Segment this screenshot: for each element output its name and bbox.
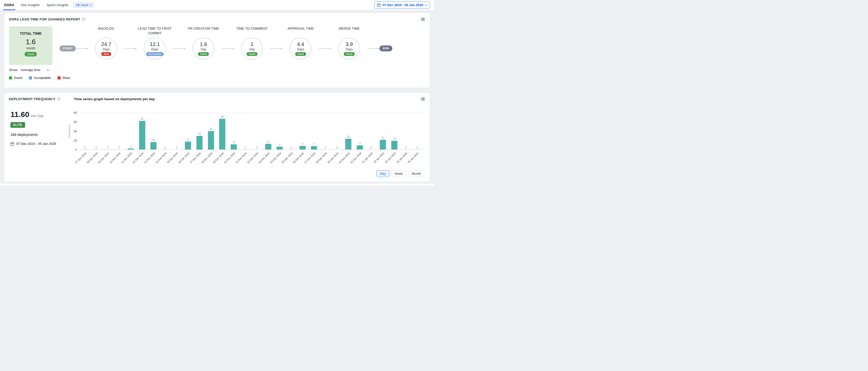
lead-time-card: DORA LEAD TIME FOR CHANGES REPORT TOTAL … (4, 13, 430, 88)
deployment-frequency-card: DEPLOYMENT FREQUENCY Time series graph b… (4, 93, 430, 182)
deployment-rate: 11.60 Per Day (10, 110, 67, 119)
flow-diagram: STARTBACKLOG24.7DaysSlowLEAD TIME TO FIR… (60, 26, 392, 60)
bar[interactable] (219, 119, 225, 149)
granularity-day[interactable]: Day (376, 170, 390, 177)
bar-slot: 9 (354, 113, 366, 149)
bar-value-label: 0 (325, 146, 326, 149)
bar[interactable] (128, 148, 134, 149)
chart-settings-icon[interactable] (421, 17, 425, 22)
bar-slot: 2 (125, 113, 136, 149)
bar[interactable] (231, 144, 237, 149)
deployments-bar-chart: Deployments 020406080 000026216001729406… (67, 113, 425, 170)
calendar-icon (10, 142, 14, 146)
stage-unit: Days (103, 47, 110, 51)
bar[interactable] (196, 136, 203, 149)
stage-circle[interactable]: 24.7DaysSlow (95, 38, 117, 60)
bar[interactable] (311, 146, 317, 149)
lead-time-card-header: DORA LEAD TIME FOR CHANGES REPORT (9, 16, 425, 22)
bar-value-label: 0 (336, 146, 338, 149)
stage-label: BACKLOG (97, 26, 115, 38)
bar-value-label: 66 (221, 115, 224, 118)
info-icon[interactable] (57, 97, 61, 101)
stage-status-badge: Good (247, 52, 257, 56)
flow-arrow (319, 48, 331, 49)
legend-label: Good (14, 76, 22, 80)
x-axis-labels: 07 Dec 202408 Dec 202409 Dec 202410 Dec … (79, 150, 423, 170)
bar[interactable] (300, 146, 306, 150)
bar-slot: 0 (79, 113, 91, 149)
bar-slot: 40 (205, 113, 217, 149)
bar[interactable] (276, 147, 283, 149)
bar-slot: 0 (102, 113, 114, 149)
tab-bar: DORADev InsightsSprint Insights (4, 0, 68, 10)
bar-value-label: 2 (130, 145, 131, 148)
stage-circle[interactable]: 1DayGood (241, 38, 263, 60)
bar[interactable] (345, 139, 351, 149)
bar[interactable] (380, 140, 386, 149)
flow-arrow (221, 48, 234, 49)
bar-slot: 0 (411, 113, 423, 149)
bar-slot: 0 (251, 113, 262, 149)
info-icon[interactable] (82, 18, 86, 21)
stage-backlog: BACKLOG24.7DaysSlow (88, 26, 124, 60)
stage-label: TIME TO COMMENT (235, 26, 269, 38)
legend-label: Slow (62, 76, 70, 80)
bar-value-label: 29 (198, 133, 201, 135)
legend-item-good: Good (9, 76, 22, 80)
bar-value-label: 0 (371, 146, 372, 149)
calendar-icon (377, 3, 380, 7)
bar[interactable] (150, 142, 156, 149)
stage-merge-time: MERGE TIME3.9DaysGood (331, 26, 367, 60)
legend-item-acceptable: Acceptable (29, 76, 51, 80)
total-deployments: 348 deployments (10, 133, 67, 137)
stage-value: 1 (251, 41, 253, 47)
bar-value-label: 0 (416, 146, 418, 149)
granularity-week[interactable]: Week (391, 170, 407, 177)
plot-area: 0000262160017294066110012608700239021190… (79, 113, 423, 150)
stage-circle[interactable]: 1.6DayGood (192, 38, 214, 60)
bar-value-label: 0 (176, 146, 177, 149)
end-pill: END (379, 45, 392, 52)
date-range-picker[interactable]: 07 Dec 2024 - 05 Jan 2025 (374, 1, 430, 9)
stage-unit: Day (249, 47, 255, 51)
stage-status-badge: Good (198, 52, 209, 56)
bar-value-label: 6 (279, 143, 281, 146)
legend-swatch (58, 76, 61, 79)
bar-value-label: 23 (347, 135, 350, 138)
stage-circle[interactable]: 3.9DaysGood (338, 38, 360, 60)
bar[interactable] (185, 141, 191, 149)
stage-unit: Days (297, 47, 304, 51)
dora-dashboard-page: DORADev InsightsSprint Insights +3 more … (0, 0, 434, 186)
total-time-panel: TOTAL TIME 1.6 month Good (9, 26, 53, 65)
legend-item-slow: Slow (58, 76, 70, 80)
y-axis-ticks: 020406080 (71, 113, 79, 150)
tab-dev-insights[interactable]: Dev Insights (21, 0, 40, 10)
show-metric-dropdown[interactable]: Average time (21, 68, 49, 72)
bar-value-label: 19 (393, 137, 396, 140)
granularity-month[interactable]: Month (408, 170, 425, 177)
stage-circle[interactable]: 12.1DaysAcceptable (144, 38, 166, 60)
stage-circle[interactable]: 4.4DaysGood (289, 38, 311, 60)
stage-unit: Days (151, 47, 158, 51)
bar-value-label: 0 (290, 146, 292, 149)
chart-settings-icon[interactable] (421, 97, 425, 101)
footer-strip (0, 184, 434, 186)
bar[interactable] (139, 121, 145, 149)
stage-time-to-comment: TIME TO COMMENT1DayGood (234, 26, 270, 60)
bar[interactable] (391, 141, 397, 149)
tab-sprint-insights[interactable]: Sprint Insights (46, 0, 68, 10)
bar[interactable] (357, 145, 363, 149)
bar[interactable] (265, 144, 271, 149)
bar-slot: 66 (217, 113, 228, 149)
bar-value-label: 16 (152, 139, 155, 141)
bar[interactable] (208, 131, 214, 150)
bar-slot: 11 (228, 113, 240, 149)
stage-status-badge: Good (344, 52, 354, 56)
bar-slot: 7 (308, 113, 320, 149)
tab-dora[interactable]: DORA (4, 0, 14, 10)
more-tabs-button[interactable]: +3 more (73, 2, 94, 8)
total-time-unit: month (9, 46, 53, 50)
chevron-down-icon (425, 3, 428, 6)
bar-slot: 0 (331, 113, 343, 149)
legend-label: Acceptable (34, 76, 51, 80)
